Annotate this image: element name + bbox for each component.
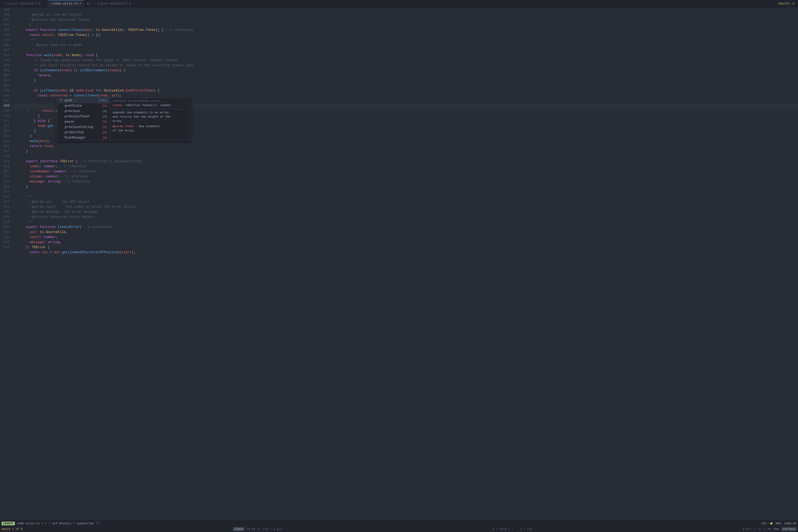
tab-bar-right: master ⎇ <box>779 2 797 5</box>
tab-2[interactable]: 2 node-utils.ts + <box>48 0 83 7</box>
mem-info: M: 27% ⇡ 0 B/s <box>258 528 282 531</box>
ln-598: 598 <box>1 53 10 58</box>
line-600: if (isComment(node) || isJSDocComment(no… <box>14 63 798 68</box>
ln-600: 600 <box>1 63 10 68</box>
insert-mode-badge: INSERT <box>2 521 15 525</box>
status-insert-right: TSC ✓ 89% ℓ608:20 <box>761 521 796 525</box>
ln-601: 601 <box>1 68 10 73</box>
line-591: */ <box>14 18 798 23</box>
ac-detail-param: @param items – New elements of the Array… <box>113 124 188 133</box>
ln-612: 612 <box>1 124 10 129</box>
ac-desc-line1: Appends new elements to an array, <box>113 111 171 114</box>
surface-badge: surface <box>781 527 796 531</box>
ac-item-push[interactable]: f push ω [TSC] <box>57 98 110 103</box>
status-bottom-left: match 1 of 8 <box>2 528 23 531</box>
net-info: C: 1.9% <box>759 528 771 531</box>
ln-610: 610 <box>1 114 10 119</box>
status-bar-insert: INSERT node-utils.ts \ + \ utf-8[unix] \… <box>0 520 798 526</box>
ac-item-kind-productsub: [X] <box>101 130 108 135</box>
line-602: } <box>14 73 798 78</box>
ln-623: 623 <box>1 179 10 184</box>
ac-item-pushstate[interactable]: pushState [X] <box>57 103 110 109</box>
git-branch-label: master <box>779 2 790 5</box>
mem-val: M: 27% <box>258 528 268 531</box>
ac-item-kind-pushstate: [X] <box>101 103 108 109</box>
ln-617: 617 <box>1 149 10 154</box>
line-624 <box>14 184 798 189</box>
ln-628: 628 <box>1 205 10 210</box>
ac-item-previoussibling[interactable]: previousSibling [X] <box>57 125 110 130</box>
ac-method-label: (method) Array<Token>.push(... <box>113 99 165 103</box>
line-597: function walk(node: ts.Node): void { <box>14 48 798 53</box>
ac-dash: – <box>135 125 137 128</box>
tab-label-1: [coc-explorer]-1 - <box>10 2 45 5</box>
ln-633: 633 <box>1 230 10 235</box>
line-603 <box>14 78 798 83</box>
line-626: * @param ast the AST object <box>14 194 798 200</box>
status-insert-left: INSERT node-utils.ts \ + \ utf-8[unix] \… <box>2 521 99 525</box>
line-636: const loc = ast.getLineAndCharacterOfPos… <box>14 245 798 250</box>
ln-624: 624 <box>1 184 10 189</box>
ln-631: 631 <box>1 220 10 225</box>
ln-621: 621 <box>1 169 10 174</box>
ln-626: 626 <box>1 194 10 200</box>
status-file-modified: + <box>45 522 47 525</box>
ac-param-desc2: of the Array. <box>113 129 135 132</box>
ac-params-type: : TSESTree.Token[]): number <box>122 103 171 107</box>
ac-params-text: items <box>113 103 122 107</box>
ac-item-productsub[interactable]: productSub [X] <box>57 130 110 135</box>
status-file-encoding: utf-8[unix] <box>52 522 72 525</box>
line-594: /** <box>14 33 798 38</box>
ac-item-label-push: push ω <box>65 98 76 103</box>
tab-4[interactable]: 4 [coc-explorer]-3 - <box>95 0 137 7</box>
line-620: lineNumber: number; › 1 reference <box>14 164 798 169</box>
net-down: 0 B/s <box>743 528 752 531</box>
ln-636: 636 <box>1 245 10 250</box>
tsc-check-icon: ✓ <box>767 521 769 525</box>
ln-607: 607 <box>1 98 10 103</box>
ac-detail-desc: Appends new elements to an array, and re… <box>113 109 188 123</box>
ln-611: 611 <box>1 119 10 124</box>
nvim-info: 0 / nvim / * <box>493 528 514 531</box>
ln-614: 614 <box>1 134 10 139</box>
ac-item-pushmanager[interactable]: PushManager [X] <box>57 135 110 140</box>
tab-label-2: node-utils.ts <box>53 2 78 5</box>
tab-3[interactable]: $ / <box>84 0 94 7</box>
ac-item-label-previoustoken: previousToken <box>65 114 90 119</box>
ac-item-kind-pushmanager: [X] <box>101 135 108 140</box>
ac-item-previous[interactable]: previous [A] <box>57 109 110 114</box>
tab-1[interactable]: / 1 [coc-explorer]-1 - <box>1 0 47 7</box>
code-content[interactable]: * @param ast the AST object * @returns t… <box>12 7 798 520</box>
ac-item-label-productsub: productSub <box>65 130 84 135</box>
ln-606: 606 <box>1 93 10 98</box>
line-627: * @param start the index at which the er… <box>14 200 798 205</box>
ac-item-previoustoken[interactable]: previousToken [A] <box>57 114 110 119</box>
tsc-dot-icon <box>770 522 773 525</box>
line-621: column: number; › 1 reference <box>14 169 798 174</box>
status-file-name: node-utils.ts <box>17 522 40 525</box>
status-file-sep2: \ <box>49 522 52 525</box>
autocomplete-popup[interactable]: f push ω [TSC] pushState [X] <box>57 98 190 141</box>
day-label: Tue <box>774 528 779 531</box>
line-605: const converted = convertToken(node, ast… <box>14 88 798 93</box>
line-616: } <box>14 144 798 149</box>
ac-item-label-previoussibling: previousSibling <box>65 125 93 130</box>
ln-593: 593 <box>1 28 10 33</box>
ac-detail: (method) Array<Token>.push(... items: TS… <box>110 98 190 140</box>
ln-634: 634 <box>1 235 10 240</box>
ac-desc-line2: and returns the new length of the <box>113 115 171 118</box>
ln-625: 625 <box>1 189 10 194</box>
tab-label-4: [coc-explorer]-3 - <box>100 2 135 5</box>
ac-item-label-pushstate: pushState <box>65 103 82 109</box>
tsc-label: TSC <box>761 522 766 525</box>
line-622: message: string; › 1 reference <box>14 174 798 179</box>
cursor-position: ℓ608:20 <box>784 522 796 525</box>
line-631: export function createError( › 4 referen… <box>14 220 798 225</box>
ln-591: 591 <box>1 18 10 23</box>
ln-596: 596 <box>1 43 10 48</box>
ac-item-pause[interactable]: pause [X] <box>57 119 110 125</box>
tab-num-4: 4 <box>98 2 99 5</box>
line-619: index: number; › 1 reference <box>14 159 798 164</box>
ac-item-label-previous: previous <box>65 109 80 114</box>
line-628: * @param message the error message <box>14 205 798 210</box>
